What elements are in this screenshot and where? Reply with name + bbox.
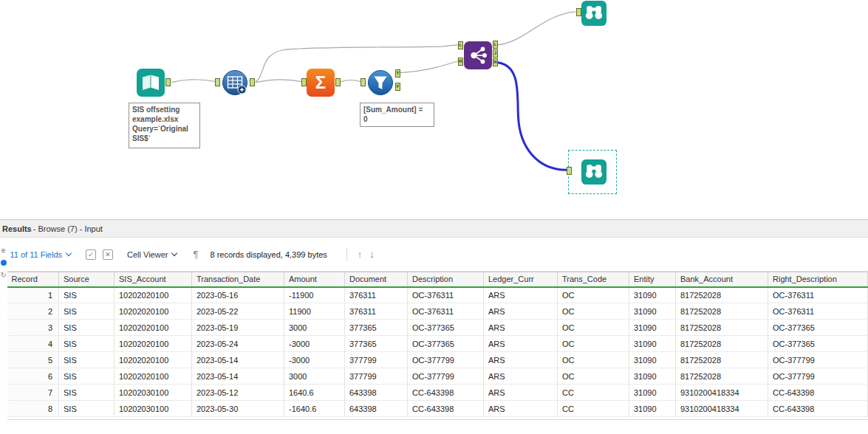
table-cell[interactable]: 643398 (345, 385, 408, 401)
table-cell[interactable]: 817252028 (676, 303, 768, 320)
table-cell[interactable]: 377799 (345, 352, 408, 368)
column-header[interactable]: Document (345, 272, 408, 287)
table-cell[interactable]: -3000 (284, 352, 345, 368)
table-cell[interactable]: 31090 (629, 352, 676, 368)
browse-tool-bottom[interactable] (581, 159, 606, 185)
table-cell[interactable]: SIS (59, 320, 115, 336)
table-cell[interactable]: 377365 (345, 336, 408, 352)
table-cell[interactable]: 10202030100 (115, 385, 192, 401)
record-number-cell[interactable]: 8 (7, 401, 59, 417)
table-cell[interactable]: ARS (484, 336, 558, 352)
input-data-tool[interactable] (137, 69, 165, 97)
table-cell[interactable]: 643398 (345, 401, 408, 417)
record-number-cell[interactable]: 4 (7, 336, 59, 352)
table-cell[interactable]: OC-377365 (768, 336, 868, 352)
record-number-cell[interactable]: 1 (7, 287, 59, 303)
table-cell[interactable]: SIS (59, 352, 115, 368)
deselect-icon[interactable]: ✕ (103, 249, 113, 260)
join-output-right-anchor[interactable]: R (493, 58, 498, 66)
table-cell[interactable]: OC (558, 287, 629, 303)
table-cell[interactable]: 10202020100 (115, 336, 192, 352)
summarize-tool[interactable]: Σ (307, 69, 335, 97)
table-cell[interactable]: 9310200418334 (676, 385, 768, 401)
filter-input-anchor[interactable] (360, 78, 366, 86)
connection-wire[interactable] (400, 61, 458, 73)
table-cell[interactable]: 10202030100 (115, 401, 192, 417)
table-cell[interactable]: SIS (59, 336, 115, 352)
connection-wire[interactable] (498, 12, 576, 45)
table-cell[interactable]: OC (558, 352, 629, 368)
record-number-cell[interactable]: 2 (7, 303, 59, 320)
filter-tool-annotation[interactable]: [Sum_Amount] = 0 (360, 103, 434, 127)
input-output-anchor[interactable] (165, 78, 171, 86)
connection-wire[interactable] (171, 80, 216, 83)
table-cell[interactable]: 2023-05-19 (192, 320, 284, 336)
table-cell[interactable]: OC (558, 336, 629, 352)
table-cell[interactable]: 376311 (345, 287, 408, 303)
table-cell[interactable]: OC-377365 (408, 336, 484, 352)
table-cell[interactable]: 31090 (629, 368, 676, 385)
join-input-right-anchor[interactable]: R (458, 58, 463, 66)
table-cell[interactable]: ARS (484, 287, 558, 303)
column-header[interactable]: SIS_Account (115, 272, 192, 287)
table-cell[interactable]: CC (558, 385, 629, 401)
table-cell[interactable]: 3000 (284, 320, 345, 336)
table-cell[interactable]: -1640.6 (284, 401, 345, 417)
table-cell[interactable]: SIS (59, 368, 115, 385)
table-cell[interactable]: 10202020100 (115, 368, 192, 385)
workflow-canvas[interactable]: Σ T F (0, 0, 868, 220)
filter-tool[interactable] (366, 69, 394, 97)
record-number-cell[interactable]: 5 (7, 352, 59, 368)
filter-true-anchor[interactable]: T (395, 69, 400, 78)
table-cell[interactable]: OC-377799 (768, 368, 868, 385)
table-cell[interactable]: 31090 (629, 336, 676, 352)
table-cell[interactable]: 2023-05-12 (192, 385, 284, 401)
table-cell[interactable]: 2023-05-22 (192, 303, 284, 320)
table-cell[interactable]: 377365 (345, 320, 408, 336)
formula-output-anchor[interactable] (250, 78, 255, 86)
table-cell[interactable]: OC-376311 (408, 287, 484, 303)
table-cell[interactable]: 2023-05-16 (192, 287, 284, 303)
table-cell[interactable]: OC (558, 368, 629, 385)
table-cell[interactable]: 817252028 (676, 352, 768, 368)
column-header[interactable]: Transaction_Date (192, 272, 284, 287)
summarize-input-anchor[interactable] (301, 78, 307, 86)
table-cell[interactable]: SIS (59, 303, 115, 320)
table-cell[interactable]: 11900 (284, 303, 345, 320)
column-header-record[interactable]: Record (7, 272, 59, 287)
scroll-down-icon[interactable]: ↓ (369, 249, 375, 260)
table-cell[interactable]: 10202020100 (115, 287, 192, 303)
table-cell[interactable]: ARS (484, 368, 558, 385)
browse-tool-top[interactable] (581, 1, 606, 26)
table-cell[interactable]: 817252028 (676, 336, 768, 352)
table-cell[interactable]: ARS (484, 320, 558, 336)
table-cell[interactable]: ARS (484, 385, 558, 401)
panel-menu-icon[interactable]: ≡ (1, 248, 6, 254)
table-cell[interactable]: SIS (59, 385, 115, 401)
table-cell[interactable]: OC-376311 (768, 287, 868, 303)
table-cell[interactable]: 31090 (629, 320, 676, 336)
table-cell[interactable]: SIS (59, 401, 115, 417)
summarize-output-anchor[interactable] (335, 78, 341, 86)
table-cell[interactable]: 1640.6 (284, 385, 345, 401)
table-cell[interactable]: 31090 (629, 287, 676, 303)
table-cell[interactable]: -11900 (284, 287, 345, 303)
filter-false-anchor[interactable]: F (395, 83, 400, 91)
connection-wire[interactable] (256, 80, 302, 83)
table-cell[interactable]: OC-377799 (408, 368, 484, 385)
table-cell[interactable]: ARS (484, 352, 558, 368)
connection-wire[interactable] (341, 80, 360, 81)
table-cell[interactable]: OC-377799 (408, 352, 484, 368)
column-header[interactable]: Right_Description (768, 272, 868, 287)
formula-input-anchor[interactable] (215, 78, 220, 86)
column-header[interactable]: Ledger_Curr (484, 272, 558, 287)
table-cell[interactable]: OC-376311 (768, 303, 868, 320)
join-input-left-anchor[interactable]: L (458, 41, 463, 49)
table-cell[interactable]: 31090 (629, 385, 676, 401)
table-cell[interactable]: 3000 (284, 368, 345, 385)
table-cell[interactable]: 10202020100 (115, 352, 192, 368)
table-cell[interactable]: 2023-05-14 (192, 368, 284, 385)
table-cell[interactable]: CC-643398 (408, 401, 484, 417)
formula-tool[interactable] (221, 69, 249, 97)
input-tool-annotation[interactable]: SIS offsetting example.xlsx Query=`Origi… (129, 103, 200, 148)
